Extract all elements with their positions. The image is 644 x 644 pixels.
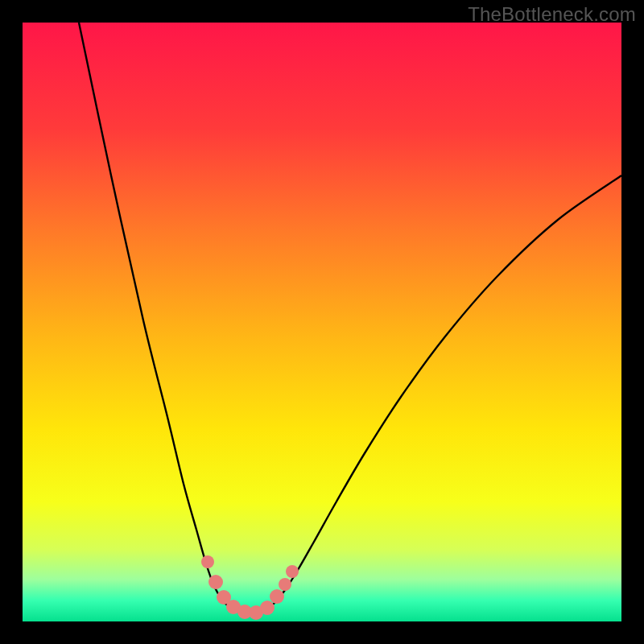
plot-frame bbox=[23, 23, 621, 621]
curve-marker bbox=[201, 555, 214, 568]
curve-markers bbox=[201, 555, 299, 620]
curve-marker bbox=[260, 601, 275, 615]
bottleneck-curve bbox=[23, 23, 621, 621]
curve-marker bbox=[270, 589, 284, 604]
curve-marker bbox=[208, 575, 223, 589]
curve-right-arm bbox=[254, 175, 621, 613]
watermark-text: TheBottleneck.com bbox=[468, 3, 636, 26]
curve-left-arm bbox=[79, 23, 254, 613]
curve-marker bbox=[279, 578, 291, 591]
curve-marker bbox=[286, 565, 299, 578]
